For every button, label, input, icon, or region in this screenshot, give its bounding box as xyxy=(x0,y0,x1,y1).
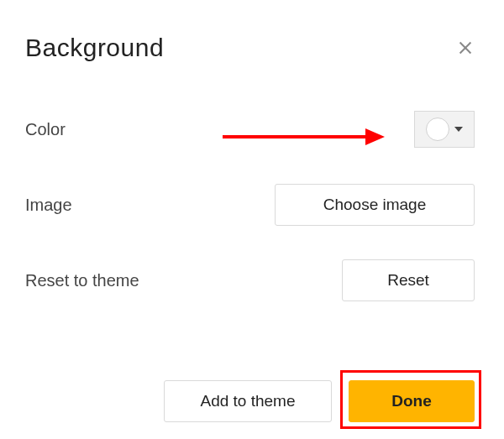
add-to-theme-button[interactable]: Add to theme xyxy=(164,380,332,422)
color-label: Color xyxy=(25,120,66,139)
dialog-header: Background xyxy=(25,34,475,62)
row-image: Image Choose image xyxy=(25,180,475,230)
background-dialog: Background Color Image Choose image Rese… xyxy=(25,34,475,422)
choose-image-button[interactable]: Choose image xyxy=(275,184,475,226)
dialog-title: Background xyxy=(25,34,164,62)
row-reset: Reset to theme Reset xyxy=(25,255,475,306)
reset-button[interactable]: Reset xyxy=(342,259,475,301)
dialog-footer: Add to theme Done xyxy=(25,355,475,422)
done-button[interactable]: Done xyxy=(349,380,475,422)
close-icon[interactable] xyxy=(456,39,475,57)
image-label: Image xyxy=(25,196,72,215)
reset-label: Reset to theme xyxy=(25,271,139,290)
chevron-down-icon xyxy=(454,127,463,132)
row-color: Color xyxy=(25,104,475,154)
color-picker[interactable] xyxy=(414,111,475,148)
color-swatch xyxy=(426,118,449,141)
